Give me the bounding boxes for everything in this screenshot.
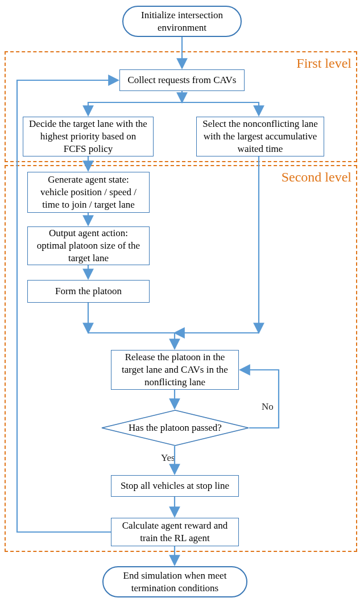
form-platoon-text: Form the platoon [55, 285, 122, 298]
collect-node: Collect requests from CAVs [119, 69, 245, 91]
output-action-node: Output agent action: optimal platoon siz… [27, 226, 150, 265]
calc-reward-text: Calculate agent reward and train the RL … [117, 520, 233, 545]
start-node: Initialize intersection environment [122, 6, 242, 37]
release-node: Release the platoon in the target lane a… [111, 350, 239, 390]
first-level-label: First level [296, 56, 351, 71]
gen-state-node: Generate agent state: vehicle position /… [27, 172, 150, 213]
second-level-label: Second level [282, 170, 351, 185]
decide-lane-text: Decide the target lane with the highest … [29, 118, 147, 155]
end-node: End simulation when meet termination con… [102, 566, 247, 597]
decision-text: Has the platoon passed? [129, 422, 222, 434]
stop-all-node: Stop all vehicles at stop line [111, 475, 239, 497]
decision-node: Has the platoon passed? [101, 410, 249, 446]
select-nonconf-node: Select the nonconflicting lane with the … [196, 117, 324, 156]
release-text: Release the platoon in the target lane a… [117, 351, 233, 389]
decide-lane-node: Decide the target lane with the highest … [23, 117, 154, 156]
yes-label: Yes [161, 452, 175, 464]
stop-all-text: Stop all vehicles at stop line [121, 480, 229, 492]
form-platoon-node: Form the platoon [27, 280, 150, 303]
no-label: No [262, 401, 274, 413]
calc-reward-node: Calculate agent reward and train the RL … [111, 518, 239, 546]
collect-text: Collect requests from CAVs [128, 74, 237, 86]
flowchart-canvas: First level Second level Initialize inte… [0, 0, 364, 606]
select-nonconf-text: Select the nonconflicting lane with the … [202, 118, 318, 155]
gen-state-text: Generate agent state: vehicle position /… [34, 174, 143, 211]
end-text: End simulation when meet termination con… [114, 570, 236, 594]
output-action-text: Output agent action: optimal platoon siz… [34, 227, 143, 265]
start-text: Initialize intersection environment [134, 9, 230, 34]
